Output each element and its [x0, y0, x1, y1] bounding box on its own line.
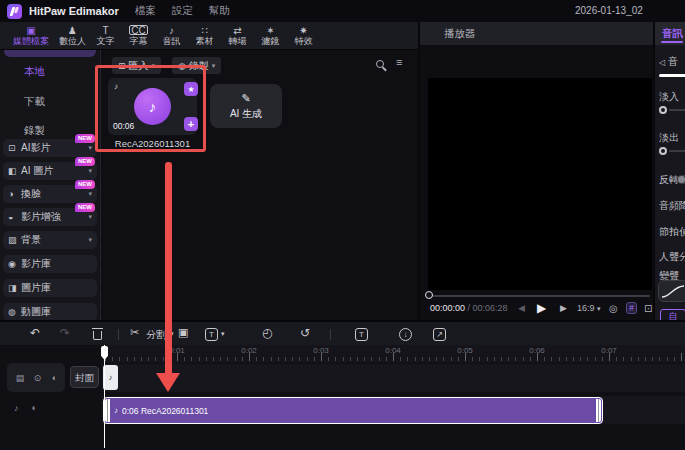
text-template-button[interactable]: T: [355, 328, 368, 341]
tab-transitions[interactable]: ⇄ 轉場: [221, 25, 254, 46]
sort-list-icon[interactable]: ≡: [396, 56, 402, 68]
aspect-ratio-select[interactable]: 16:9 ▾: [577, 303, 601, 313]
mask-button[interactable]: ▣: [178, 326, 188, 339]
background-icon: ▨: [8, 235, 21, 245]
music-note-icon: ♪: [114, 406, 118, 415]
fullscreen-icon: ⊡: [644, 303, 652, 314]
timeline-clip-label: 0:06 RecA2026011301: [122, 406, 208, 416]
volume-slider[interactable]: [659, 74, 685, 77]
video-library-icon: ◉: [8, 259, 21, 269]
toolbar-divider: [118, 329, 119, 340]
tab-subtitle[interactable]: CC 字幕: [122, 25, 155, 46]
sidebar-item-ai-video[interactable]: ⊡ AI影片 ▾ NEW: [3, 139, 97, 157]
fade-in-slider[interactable]: [669, 109, 685, 111]
search-icon[interactable]: [376, 60, 384, 68]
tab-media-files[interactable]: ▣ 媒體檔案: [6, 25, 56, 46]
fade-in-knob[interactable]: [659, 106, 667, 114]
ruler-label: 0:02: [234, 346, 264, 355]
voice-curve-preview[interactable]: [658, 280, 685, 302]
undo-button[interactable]: ↶: [30, 326, 40, 340]
text-icon: T: [102, 25, 108, 36]
playback-progress-bar[interactable]: [428, 295, 650, 297]
tab-text[interactable]: T 文字: [89, 25, 122, 46]
export-button[interactable]: ↗: [433, 328, 446, 341]
split-button[interactable]: ✂: [130, 326, 139, 339]
reverse-toggle[interactable]: [677, 175, 685, 184]
timeline-area: 0:01 0:02 0:03 0:04 0:05 0:06 0:07 ▤ ⊙ ◖…: [0, 345, 685, 450]
chevron-down-icon[interactable]: ▾: [221, 330, 225, 338]
timeline-audio-clip[interactable]: ♪ 0:06 RecA2026011301: [103, 397, 603, 424]
mask-icon: ▣: [178, 326, 188, 338]
grid-toggle-button[interactable]: #: [626, 302, 637, 314]
text-tool-button[interactable]: T: [205, 328, 218, 341]
tab-digital-human[interactable]: ♟ 數位人: [56, 25, 89, 46]
progress-knob[interactable]: [425, 291, 433, 299]
music-note-icon[interactable]: ♪: [14, 403, 19, 413]
next-frame-button[interactable]: ▶: [560, 303, 567, 313]
redo-button[interactable]: ↷: [60, 326, 70, 340]
video-track-lane[interactable]: [102, 364, 685, 392]
player-panel: 00:00:00 / 00:06:28 ◀ ▶ ▶ 16:9 ▾ ◎ # ⊡: [420, 45, 653, 320]
vocal-split-label: 人聲分: [659, 250, 685, 264]
sidebar-item-partial[interactable]: [4, 50, 96, 57]
menu-settings[interactable]: 設定: [172, 4, 193, 18]
redo-icon: ↷: [60, 326, 70, 340]
app-title: HitPaw Edimakor: [29, 5, 119, 17]
fade-out-knob[interactable]: [659, 147, 667, 155]
tab-filters[interactable]: ✶ 濾鏡: [254, 25, 287, 46]
timeline-ruler[interactable]: 0:01 0:02 0:03 0:04 0:05 0:06 0:07: [102, 345, 685, 363]
sidebar-item-image-library[interactable]: ◨ 圖片庫: [3, 279, 97, 297]
trim-handle-left[interactable]: [105, 399, 110, 422]
tab-audio[interactable]: ♪ 音訊: [155, 25, 188, 46]
video-preview[interactable]: [428, 78, 652, 290]
trim-handle-right[interactable]: [596, 399, 601, 422]
undo-icon: ↶: [30, 326, 40, 340]
image-library-icon: ◨: [8, 283, 21, 293]
playhead-line[interactable]: [104, 345, 105, 448]
prev-frame-button[interactable]: ◀: [518, 303, 525, 313]
eye-icon[interactable]: ⊙: [34, 373, 42, 383]
cover-button[interactable]: 封面: [70, 366, 99, 388]
sidebar-item-video-enhance[interactable]: ◒ 影片增強 ▾ NEW: [3, 208, 97, 226]
step-back-icon: ◀: [518, 303, 525, 313]
sidebar-item-ai-image[interactable]: ◧ AI 圖片 ▾ NEW: [3, 162, 97, 180]
reverse-label: 反轉: [659, 173, 679, 187]
menu-help[interactable]: 幫助: [209, 4, 230, 18]
speed-button[interactable]: ◴: [262, 326, 272, 340]
sidebar-item-local[interactable]: 本地: [24, 65, 45, 79]
cover-frame-thumb[interactable]: ♪: [103, 365, 118, 390]
download-button[interactable]: ↓: [399, 328, 412, 341]
sidebar-item-background[interactable]: ▨ 背景 ▾: [3, 231, 97, 249]
sidebar-item-record[interactable]: 錄製: [24, 124, 45, 138]
play-button[interactable]: ▶: [537, 301, 546, 315]
ruler-label: 0:06: [522, 346, 552, 355]
ai-image-icon: ◧: [8, 166, 21, 176]
speaker-icon[interactable]: ◖: [51, 373, 56, 383]
new-badge: NEW: [75, 180, 95, 189]
lock-icon[interactable]: ▤: [16, 373, 25, 383]
fullscreen-button[interactable]: ⊡: [644, 303, 652, 314]
sidebar-item-video-library[interactable]: ◉ 影片庫: [3, 255, 97, 273]
ai-generate-button[interactable]: ✎ AI 生成: [210, 84, 282, 128]
reverse-play-button[interactable]: ↺: [300, 326, 310, 340]
split-label[interactable]: 分割: [146, 328, 166, 342]
audio-settings-panel: ◁ 音 淡入 淡出 反轉 音頻降 節拍偵 人聲分 變聲 自: [655, 45, 685, 320]
delete-button[interactable]: [93, 331, 102, 340]
tab-elements[interactable]: ∷ 素材: [188, 25, 221, 46]
tab-underline: [661, 41, 683, 43]
main-toolbar: ▣ 媒體檔案 ♟ 數位人 T 文字 CC 字幕 ♪ 音訊 ∷ 素材 ⇄ 轉場 ✶: [0, 22, 418, 50]
snapshot-button[interactable]: ◎: [609, 303, 618, 314]
sidebar-item-face-swap[interactable]: ◑ 換臉 ▾ NEW: [3, 185, 97, 203]
fade-out-slider[interactable]: [669, 150, 685, 152]
audio-panel-tab[interactable]: 音訊: [662, 27, 683, 41]
audio-track-header: ♪ ◖: [14, 403, 36, 413]
highlight-box: [95, 65, 206, 152]
speaker-icon[interactable]: ◖: [31, 403, 36, 413]
sidebar-item-gif-library[interactable]: ◍ 動圖庫: [3, 303, 97, 320]
effects-icon: ✷: [299, 25, 307, 36]
menu-file[interactable]: 檔案: [135, 4, 156, 18]
new-badge: NEW: [75, 203, 95, 212]
sidebar-item-download[interactable]: 下載: [24, 95, 45, 109]
tab-effects[interactable]: ✷ 特效: [287, 25, 320, 46]
ruler-label: 0:07: [594, 346, 624, 355]
